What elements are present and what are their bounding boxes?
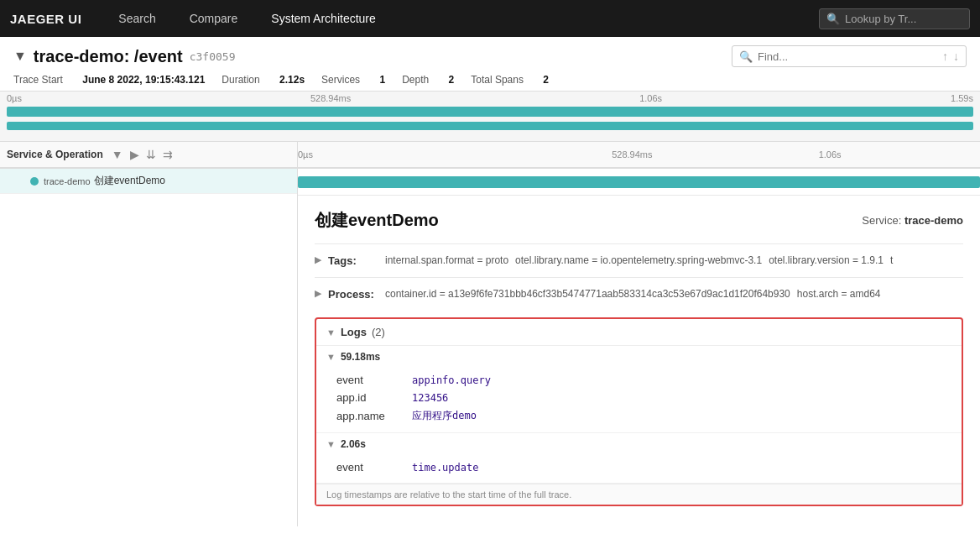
collapse-all-btn[interactable]: ▼ — [110, 148, 125, 161]
log-1-val-1: 123456 — [412, 392, 448, 404]
tag-3: t — [890, 254, 893, 266]
minimap-track-2 — [7, 122, 973, 132]
service-operation-label: Service & Operation — [7, 149, 103, 160]
trace-start-label: Trace Start June 8 2022, 19:15:43.121 — [13, 74, 205, 86]
find-up-icon[interactable]: ↑ — [942, 50, 948, 63]
search-icon: 🔍 — [826, 13, 840, 25]
timeline-header-left: Service & Operation ▼ ▶ ⇊ ⇉ — [0, 142, 298, 167]
log-footer: Log timestamps are relative to the start… — [316, 484, 962, 505]
log-entry-2: ▼ 2.06s event time.update — [316, 433, 962, 484]
tags-row: ▶ Tags: internal.span.format = proto ote… — [315, 251, 963, 270]
nav-items: Search Compare System Architecture — [102, 0, 819, 37]
logs-count: (2) — [372, 326, 385, 338]
minimap-labels: 0µs 528.94ms 1.06s 1.59s — [0, 92, 980, 105]
tag-2: otel.library.version = 1.9.1 — [769, 254, 884, 266]
minimap-tick-2: 1.06s — [639, 93, 662, 103]
timeline-minimap: 0µs 528.94ms 1.06s 1.59s — [0, 92, 980, 142]
tags-values: internal.span.format = proto otel.librar… — [385, 254, 893, 266]
log-1-val-2: 应用程序demo — [412, 409, 477, 423]
timeline-tick-0: 0µs — [298, 149, 313, 160]
logs-header[interactable]: ▼ Logs (2) — [316, 319, 962, 346]
tags-toggle[interactable]: ▶ — [315, 254, 321, 265]
log-2-kv-table: event time.update — [316, 455, 962, 483]
log-1-kv-1: app.id 123456 — [336, 389, 951, 406]
log-1-time: 59.18ms — [341, 351, 380, 363]
service-name-label: trace-demo — [44, 176, 91, 186]
trace-total-spans: Total Spans 2 — [471, 74, 549, 86]
expand-all-btn[interactable]: ⇉ — [161, 148, 175, 161]
trace-title: ▼ trace-demo: /event c3f0059 — [13, 47, 235, 66]
main-area: trace-demo 创建eventDemo 创建eventDemo Servi… — [0, 169, 980, 526]
nav-compare[interactable]: Compare — [173, 0, 255, 37]
tags-label: Tags: — [328, 254, 378, 267]
tags-section: ▶ Tags: internal.span.format = proto ote… — [315, 243, 963, 277]
log-1-time-row[interactable]: ▼ 59.18ms — [316, 346, 962, 368]
logs-title: Logs — [341, 326, 367, 338]
find-down-icon[interactable]: ↓ — [953, 50, 959, 63]
nav-system-architecture[interactable]: System Architecture — [254, 0, 393, 37]
log-1-kv-0: event appinfo.query — [336, 371, 951, 389]
left-panel: trace-demo 创建eventDemo — [0, 169, 298, 526]
trace-id: c3f0059 — [190, 50, 236, 63]
collapse-nested-btn[interactable]: ⇊ — [144, 148, 158, 161]
process-1: host.arch = amd64 — [797, 288, 881, 300]
span-service-label: Service: trace-demo — [862, 214, 963, 227]
log-1-key-1: app.id — [336, 391, 412, 404]
trace-chevron-icon[interactable]: ▼ — [13, 49, 27, 64]
log-2-time-row[interactable]: ▼ 2.06s — [316, 433, 962, 455]
lookup-placeholder: Lookup by Tr... — [845, 13, 916, 25]
minimap-tick-3: 1.59s — [951, 93, 973, 103]
minimap-track-1 — [7, 107, 973, 120]
log-2-toggle: ▼ — [326, 439, 336, 449]
trace-duration: Duration 2.12s — [222, 74, 305, 86]
span-op-name: 创建eventDemo — [315, 209, 439, 232]
process-0: container.id = a13e9f6fe731bbb46cf33b547… — [385, 288, 790, 300]
process-row: ▶ Process: container.id = a13e9f6fe731bb… — [315, 285, 963, 304]
right-panel: 创建eventDemo Service: trace-demo ▶ Tags: … — [298, 169, 980, 526]
span-bar — [298, 176, 980, 188]
service-dot — [30, 177, 39, 186]
minimap-bar-2 — [7, 122, 973, 130]
trace-find-input[interactable] — [758, 50, 937, 63]
log-1-kv-2: app.name 应用程序demo — [336, 406, 951, 426]
span-detail-header: 创建eventDemo Service: trace-demo — [315, 209, 963, 232]
minimap-tick-0: 0µs — [7, 93, 22, 103]
expand-one-btn[interactable]: ▶ — [128, 148, 141, 161]
log-1-key-2: app.name — [336, 410, 412, 422]
trace-find-box: 🔍 ↑ ↓ — [732, 45, 967, 67]
log-2-kv-0: event time.update — [336, 458, 951, 476]
process-values: container.id = a13e9f6fe731bbb46cf33b547… — [385, 288, 881, 300]
nav-lookup[interactable]: 🔍 Lookup by Tr... — [819, 8, 970, 29]
nav-search[interactable]: Search — [102, 0, 172, 37]
tag-0: internal.span.format = proto — [385, 254, 508, 266]
trace-name: trace-demo: /event — [34, 47, 183, 66]
log-entry-1: ▼ 59.18ms event appinfo.query app.id 123… — [316, 346, 962, 433]
find-icon: 🔍 — [739, 50, 753, 63]
minimap-tick-1: 528.94ms — [310, 93, 351, 103]
process-label: Process: — [328, 288, 378, 301]
top-nav: JAEGER UI Search Compare System Architec… — [0, 0, 980, 37]
log-2-key-0: event — [336, 461, 412, 474]
trace-header: ▼ trace-demo: /event c3f0059 🔍 ↑ ↓ Trace… — [0, 37, 980, 92]
timeline-header-right: 0µs 528.94ms 1.06s — [298, 142, 980, 167]
trace-title-row: ▼ trace-demo: /event c3f0059 🔍 ↑ ↓ — [13, 45, 967, 74]
timeline-tick-2: 1.06s — [819, 149, 842, 160]
trace-meta: Trace Start June 8 2022, 19:15:43.121 Du… — [13, 74, 967, 91]
log-1-kv-table: event appinfo.query app.id 123456 app.na… — [316, 368, 962, 432]
timeline-header-row: Service & Operation ▼ ▶ ⇊ ⇉ 0µs 528.94ms… — [0, 142, 980, 169]
timeline-tick-1: 528.94ms — [612, 149, 652, 160]
logs-section: ▼ Logs (2) ▼ 59.18ms event appinfo.query — [315, 317, 963, 506]
log-2-val-0: time.update — [412, 462, 478, 474]
span-detail: 创建eventDemo Service: trace-demo ▶ Tags: … — [298, 196, 980, 526]
log-1-toggle: ▼ — [326, 352, 336, 362]
logs-toggle-icon: ▼ — [326, 327, 336, 338]
tag-1: otel.library.name = io.opentelemetry.spr… — [515, 254, 762, 266]
operation-name-label: 创建eventDemo — [94, 174, 165, 188]
trace-service-row[interactable]: trace-demo 创建eventDemo — [0, 169, 297, 194]
log-1-key-0: event — [336, 374, 412, 386]
trace-services: Services 1 — [321, 74, 385, 86]
process-toggle[interactable]: ▶ — [315, 288, 321, 299]
log-2-time: 2.06s — [341, 438, 366, 450]
log-footer-text: Log timestamps are relative to the start… — [326, 489, 571, 500]
minimap-bar-1 — [7, 107, 973, 117]
